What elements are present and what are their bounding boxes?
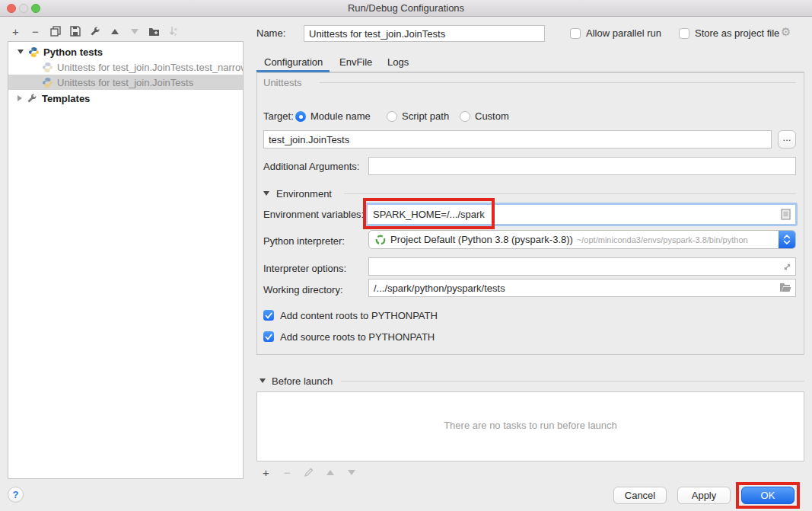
tree-item-label: Python tests	[43, 46, 103, 58]
name-label: Name:	[256, 27, 285, 39]
edit-environment-variables-icon[interactable]	[781, 209, 791, 222]
python-interpreter-label: Python interpreter:	[263, 235, 345, 247]
conda-env-icon	[375, 235, 386, 245]
name-input[interactable]	[304, 25, 545, 42]
chevron-down-icon[interactable]	[18, 50, 24, 54]
tree-item-python-tests[interactable]: Python tests	[8, 44, 243, 59]
edit-templates-icon[interactable]	[88, 24, 101, 38]
python-interpreter-path: ~/opt/miniconda3/envs/pyspark-3.8/bin/py…	[577, 235, 748, 244]
python-icon	[42, 77, 53, 88]
section-divider	[341, 381, 804, 382]
cancel-button[interactable]: Cancel	[613, 487, 667, 504]
unittests-section-label: Unittests	[263, 77, 302, 88]
save-configuration-icon[interactable]	[68, 24, 81, 38]
move-down-icon[interactable]	[128, 24, 141, 38]
tab-logs[interactable]: Logs	[387, 55, 409, 70]
configurations-toolbar: + − az	[9, 23, 180, 40]
run-debug-configurations-dialog: Run/Debug Configurations + − az Pytho	[0, 0, 812, 511]
tree-item-templates[interactable]: Templates	[8, 91, 243, 106]
add-source-roots-checkbox[interactable]	[263, 331, 274, 342]
tree-item-unittests-narrow[interactable]: Unittests for test_join.JoinTests.test_n…	[8, 59, 243, 75]
gear-icon[interactable]: ⚙	[781, 25, 791, 39]
combobox-arrows-icon[interactable]	[779, 231, 795, 248]
environment-section-label: Environment	[276, 188, 332, 200]
python-interpreter-value: Project Default (Python 3.8 (pyspark-3.8…	[390, 234, 573, 245]
remove-configuration-icon[interactable]: −	[29, 24, 42, 38]
radio-module-name[interactable]	[295, 111, 306, 122]
target-label: Target:	[263, 110, 294, 122]
window-title: Run/Debug Configurations	[0, 0, 812, 17]
tree-item-unittests-jointests-selected[interactable]: Unittests for test_join.JoinTests	[8, 75, 243, 90]
environment-variables-input[interactable]	[368, 205, 795, 224]
ok-button[interactable]: OK	[741, 487, 794, 504]
add-content-roots-label: Add content roots to PYTHONPATH	[280, 310, 438, 321]
task-up-icon[interactable]	[323, 465, 336, 479]
svg-text:z: z	[174, 32, 177, 37]
help-button[interactable]: ?	[8, 487, 24, 503]
python-icon	[28, 46, 40, 58]
collapse-environment-icon[interactable]	[263, 191, 269, 196]
browse-target-button[interactable]: ...	[778, 130, 796, 149]
check-icon	[265, 312, 272, 319]
python-interpreter-select[interactable]: Project Default (Python 3.8 (pyspark-3.8…	[368, 230, 796, 249]
python-icon	[42, 62, 53, 73]
before-launch-task-list: There are no tasks to run before launch	[256, 391, 804, 461]
radio-custom-label: Custom	[475, 110, 509, 122]
add-source-roots-label: Add source roots to PYTHONPATH	[280, 331, 435, 343]
working-directory-input[interactable]	[368, 279, 796, 297]
browse-folder-icon[interactable]	[779, 283, 791, 295]
collapse-before-launch-icon[interactable]	[260, 378, 266, 383]
edit-task-icon[interactable]	[302, 465, 315, 479]
configurations-tree: Python tests Unittests for test_join.Joi…	[8, 41, 244, 479]
tree-item-label: Templates	[42, 93, 90, 104]
allow-parallel-run-checkbox[interactable]	[570, 28, 581, 39]
radio-script-path-label: Script path	[402, 110, 449, 122]
section-divider	[344, 193, 796, 194]
environment-variables-label: Environment variables:	[263, 209, 364, 220]
task-down-icon[interactable]	[345, 465, 358, 479]
tree-item-label: Unittests for test_join.JoinTests	[57, 77, 193, 88]
additional-arguments-label: Additional Arguments:	[263, 161, 359, 172]
title-bar: Run/Debug Configurations	[0, 0, 812, 17]
section-divider	[320, 82, 796, 83]
store-as-project-file-checkbox[interactable]	[679, 28, 689, 39]
chevron-right-icon[interactable]	[18, 95, 22, 101]
add-configuration-icon[interactable]: +	[9, 24, 22, 38]
apply-button[interactable]: Apply	[677, 487, 731, 504]
before-launch-empty-text: There are no tasks to run before launch	[257, 420, 804, 431]
check-icon	[265, 334, 272, 340]
create-folder-icon[interactable]	[148, 24, 161, 38]
sort-configurations-icon[interactable]: az	[167, 24, 180, 38]
tree-item-label: Unittests for test_join.JoinTests.test_n…	[57, 62, 243, 73]
target-input[interactable]	[263, 130, 772, 149]
tab-configuration[interactable]: Configuration	[264, 55, 323, 70]
radio-module-name-label: Module name	[310, 110, 371, 122]
expand-field-icon[interactable]	[782, 262, 792, 274]
working-directory-label: Working directory:	[263, 284, 343, 295]
interpreter-options-label: Interpreter options:	[263, 263, 346, 274]
copy-configuration-icon[interactable]	[49, 24, 62, 38]
additional-arguments-input[interactable]	[368, 157, 796, 175]
allow-parallel-run-label: Allow parallel run	[586, 27, 661, 39]
remove-task-icon[interactable]: −	[281, 465, 294, 479]
radio-script-path[interactable]	[387, 111, 397, 122]
radio-custom[interactable]	[460, 111, 470, 122]
add-content-roots-checkbox[interactable]	[263, 310, 274, 321]
interpreter-options-input[interactable]	[368, 257, 796, 276]
before-launch-toolbar: + −	[260, 465, 358, 480]
wrench-icon	[27, 93, 38, 104]
svg-text:a: a	[174, 27, 177, 31]
add-task-icon[interactable]: +	[260, 465, 272, 479]
tab-envfile[interactable]: EnvFile	[339, 55, 372, 70]
move-up-icon[interactable]	[108, 24, 121, 38]
store-as-project-file-label: Store as project file	[695, 27, 779, 39]
before-launch-section-label: Before launch	[272, 375, 333, 387]
